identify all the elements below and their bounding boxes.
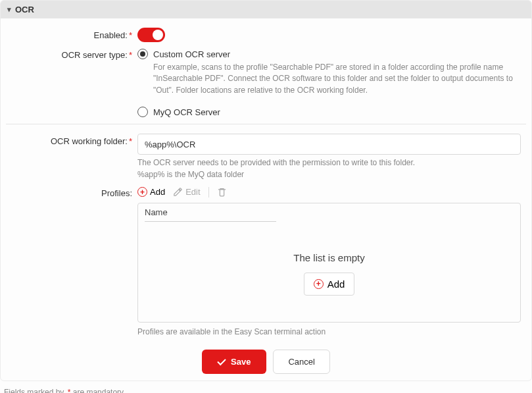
panel-body: Enabled:* OCR server type:* Custom OCR s… (1, 18, 531, 380)
ocr-panel: ▾ OCR Enabled:* OCR server type:* Cust (0, 0, 532, 381)
plus-circle-icon: + (137, 187, 147, 197)
profiles-col-name[interactable]: Name (145, 207, 276, 222)
radio-icon (137, 49, 148, 59)
toggle-knob (153, 30, 163, 40)
section-divider (6, 124, 526, 124)
enabled-label: Enabled:* (6, 28, 137, 40)
cancel-button[interactable]: Cancel (273, 350, 329, 374)
profiles-help: Profiles are available in the Easy Scan … (137, 327, 521, 338)
profiles-empty-add-button[interactable]: + Add (304, 273, 355, 296)
working-folder-help2: %app% is the MyQ data folder (137, 169, 521, 180)
profiles-add-button[interactable]: + Add (137, 187, 165, 197)
trash-icon (217, 187, 227, 197)
profiles-empty-add-label: Add (327, 278, 345, 290)
cancel-button-label: Cancel (288, 357, 314, 367)
save-button-label: Save (231, 357, 251, 367)
save-button[interactable]: Save (202, 350, 266, 374)
radio-custom-ocr[interactable]: Custom OCR server (137, 49, 521, 59)
plus-circle-icon: + (314, 279, 324, 289)
server-type-label: OCR server type:* (6, 47, 137, 60)
working-folder-input[interactable] (137, 134, 521, 155)
profiles-list-header: Name (138, 203, 520, 226)
enabled-toggle[interactable] (137, 28, 165, 42)
pencil-icon (173, 187, 183, 197)
edit-button-label: Edit (185, 187, 200, 197)
working-folder-label: OCR working folder:* (6, 134, 137, 146)
radio-custom-label: Custom OCR server (153, 49, 230, 59)
radio-icon (137, 107, 148, 117)
profiles-empty-text: The list is empty (293, 252, 364, 263)
panel-title: OCR (15, 5, 34, 14)
panel-header[interactable]: ▾ OCR (1, 1, 531, 18)
mandatory-note: Fields marked by * are mandatory. (0, 381, 532, 393)
profiles-delete-button[interactable] (217, 187, 227, 197)
radio-myq-ocr[interactable]: MyQ OCR Server (137, 107, 521, 117)
working-folder-help1: The OCR server needs to be provided with… (137, 157, 521, 169)
profiles-toolbar: + Add Edit (137, 186, 521, 203)
profiles-edit-button[interactable]: Edit (173, 187, 200, 197)
add-button-label: Add (150, 187, 165, 197)
custom-ocr-help: For example, scans to the profile "Searc… (153, 62, 521, 96)
toolbar-separator (208, 187, 209, 197)
profiles-label: Profiles: (6, 186, 137, 198)
profiles-empty-state: The list is empty + Add (138, 226, 520, 322)
form-footer: Save Cancel (6, 350, 526, 374)
chevron-down-icon: ▾ (7, 5, 11, 14)
profiles-list: Name The list is empty + Add (137, 203, 521, 323)
radio-myq-label: MyQ OCR Server (153, 107, 220, 117)
check-icon (217, 357, 226, 365)
